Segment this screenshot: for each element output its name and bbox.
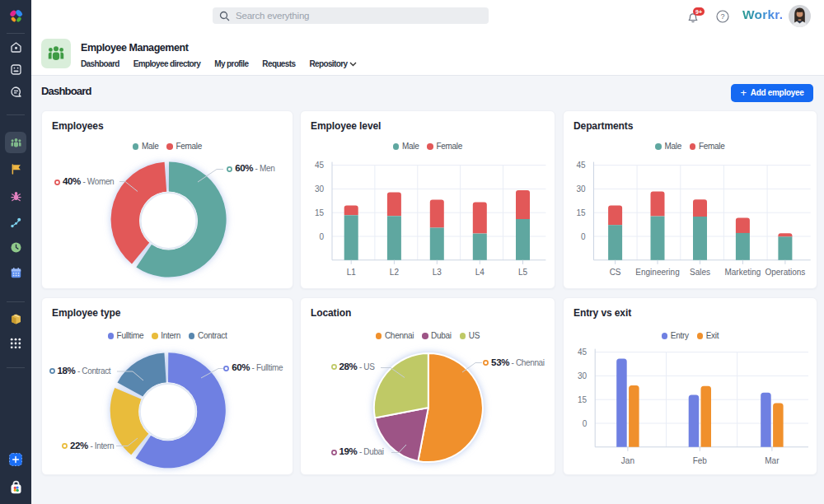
svg-text:0: 0: [583, 419, 588, 428]
svg-text:Engineering: Engineering: [635, 268, 679, 277]
svg-text:Operations: Operations: [765, 268, 805, 277]
svg-text:L3: L3: [433, 268, 442, 277]
svg-text:0: 0: [581, 232, 586, 241]
svg-text:Mar: Mar: [765, 456, 780, 465]
svg-text:30: 30: [578, 371, 588, 380]
svg-text:L1: L1: [347, 268, 357, 277]
svg-text:L5: L5: [518, 268, 528, 277]
svg-text:15: 15: [315, 208, 325, 217]
svg-text:L4: L4: [475, 268, 485, 277]
svg-text:45: 45: [578, 348, 588, 357]
svg-text:Sales: Sales: [690, 268, 710, 277]
svg-text:15: 15: [578, 395, 588, 404]
svg-text:45: 45: [315, 161, 325, 170]
svg-text:CS: CS: [610, 268, 621, 277]
svg-text:L2: L2: [390, 268, 400, 277]
svg-text:Marketing: Marketing: [724, 268, 761, 277]
svg-text:Feb: Feb: [693, 456, 708, 465]
svg-text:15: 15: [576, 208, 586, 217]
svg-text:Jan: Jan: [621, 456, 634, 465]
svg-text:30: 30: [315, 184, 325, 194]
svg-text:0: 0: [319, 232, 324, 241]
svg-text:30: 30: [576, 184, 586, 194]
svg-text:45: 45: [576, 161, 586, 170]
